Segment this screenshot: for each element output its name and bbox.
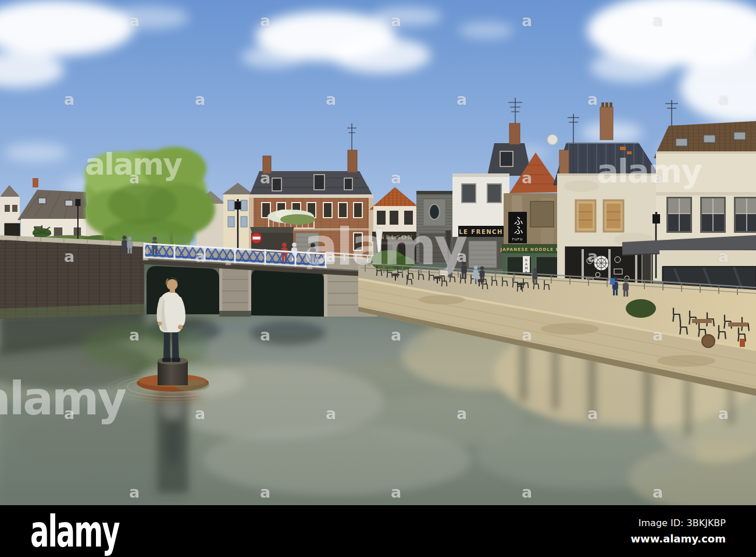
quay-bush (626, 299, 656, 318)
photo-scene: NELSON LE FRENCH (0, 0, 756, 505)
spool-table (702, 335, 715, 347)
alamy-footer-bar: alamy Image ID: 3BKJKBP www.alamy.com (0, 505, 756, 557)
restaurant-window (666, 197, 692, 233)
boarded-window (604, 200, 623, 232)
le-french-sign-text: LE FRENCH (459, 229, 503, 235)
satellite-dish (547, 134, 558, 145)
footer-info: Image ID: 3BKJKBP www.alamy.com (630, 517, 726, 545)
wooden-table (728, 322, 748, 327)
fufu-sign-kanji: ふふ (512, 216, 523, 235)
wooden-table (692, 319, 712, 323)
le-french-bar: LE FRENCH (445, 173, 509, 269)
alamy-logo: alamy (30, 506, 119, 556)
nelson-sign-text: NELSON (380, 233, 413, 240)
no-entry-sign (251, 233, 262, 243)
image-id-label: Image ID: 3BKJKBP (630, 517, 726, 528)
boarded-window (576, 200, 595, 232)
restaurant-window (734, 197, 756, 233)
stock-photo-page: NELSON LE FRENCH (0, 0, 756, 557)
fufu-sign-label: FUFU (512, 237, 523, 241)
bridge-arch (251, 268, 324, 317)
statue-head (167, 279, 178, 290)
blue-backpack (610, 278, 615, 285)
ramen-banner-text: RAMEN (525, 258, 529, 278)
photo: NELSON LE FRENCH (0, 0, 756, 505)
alamy-website-url: www.alamy.com (630, 533, 726, 545)
restaurant-window (700, 197, 726, 233)
rust-bollard (740, 339, 745, 347)
